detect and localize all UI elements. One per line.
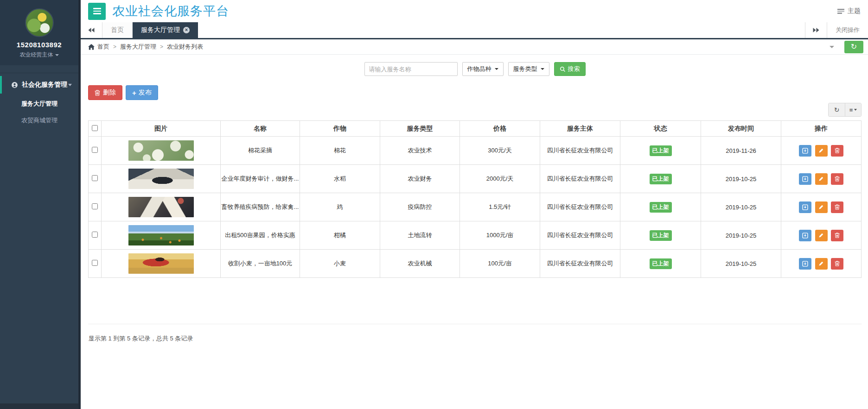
trash-icon	[835, 176, 840, 182]
row-checkbox[interactable]	[92, 232, 98, 238]
breadcrumb: 首页 > 服务大厅管理 > 农业财务列表 ↻	[81, 39, 868, 55]
breadcrumb-service-hall[interactable]: 服务大厅管理	[120, 43, 156, 51]
row-checkbox[interactable]	[92, 147, 98, 153]
row-select-cell	[89, 165, 102, 193]
edit-button[interactable]	[815, 173, 828, 185]
tab-close-icon[interactable]: ×	[183, 27, 190, 33]
breadcrumb-home[interactable]: 首页	[97, 43, 109, 51]
edit-button[interactable]	[815, 230, 828, 241]
service-name: 出租500亩果园，价格实惠	[221, 221, 300, 250]
trash-icon	[95, 90, 100, 96]
search-button[interactable]: 搜索	[554, 62, 586, 76]
tab-service-hall[interactable]: 服务大厅管理 ×	[133, 22, 198, 38]
app-title: 农业社会化服务平台	[112, 3, 229, 19]
offshelf-button[interactable]	[799, 201, 811, 213]
service-price: 300元/天	[460, 137, 540, 165]
panel-collapse-caret-icon[interactable]	[830, 46, 834, 48]
offshelf-button[interactable]	[799, 145, 811, 157]
offshelf-button[interactable]	[799, 258, 811, 270]
breadcrumb-current-page: 农业财务列表	[167, 43, 203, 51]
chevron-down-icon	[68, 84, 72, 86]
sidebar-item-farm-mall[interactable]: 农贸商城管理	[0, 112, 78, 129]
sidebar-item-service-hall[interactable]: 服务大厅管理	[0, 95, 78, 112]
content-panel: 作物品种 服务类型 搜索 删除 + 发布 ↻	[81, 55, 868, 409]
ops-cell	[781, 165, 862, 193]
delete-row-button[interactable]	[831, 258, 843, 270]
column-header: 发布时间	[701, 121, 781, 137]
services-table: 图片名称作物服务类型价格服务主体状态发布时间操作 棉花采摘 棉花 农业技术 30…	[88, 120, 862, 278]
table-row: 畜牧养殖疾病预防，给家禽... 鸡 疫病防控 1.5元/针 四川省长征农业有限公…	[89, 193, 862, 221]
column-header: 服务类型	[380, 121, 460, 137]
sidebar-group-social-services[interactable]: 社会化服务管理	[0, 76, 78, 94]
delete-button[interactable]: 删除	[88, 85, 122, 100]
service-type: 农业技术	[380, 137, 460, 165]
service-name: 企业年度财务审计，做财务...	[221, 165, 300, 193]
close-operations-button[interactable]: 关闭操作	[827, 22, 868, 38]
service-provider: 四川省长征农业有限公司	[540, 193, 620, 221]
theme-icon	[837, 8, 844, 14]
delete-row-button[interactable]	[831, 173, 843, 185]
panel-refresh-button[interactable]: ↻	[844, 41, 863, 53]
service-provider: 四川省长征农业有限公司	[540, 165, 620, 193]
edit-button[interactable]	[815, 258, 828, 270]
table-container: 图片名称作物服务类型价格服务主体状态发布时间操作 棉花采摘 棉花 农业技术 30…	[88, 120, 862, 324]
box-arrow-down-icon	[802, 261, 808, 267]
service-provider: 四川省长征农业有限公司	[540, 137, 620, 165]
theme-button[interactable]: 主题	[837, 7, 861, 15]
service-crop: 小麦	[300, 250, 380, 278]
offshelf-button[interactable]	[799, 230, 811, 241]
ops-cell	[781, 193, 862, 221]
service-image	[128, 169, 194, 189]
status-cell: 已上架	[620, 137, 701, 165]
tabbar-spacer	[198, 22, 805, 38]
publish-button[interactable]: + 发布	[126, 85, 158, 100]
service-name: 畜牧养殖疾病预防，给家禽...	[221, 193, 300, 221]
main-area: 农业社会化服务平台 主题 首页 服务大厅管理 × 关闭操作	[81, 0, 868, 409]
pencil-icon	[818, 148, 824, 153]
caret-down-icon	[541, 68, 544, 70]
refresh-table-button[interactable]: ↻	[829, 103, 845, 116]
double-chevron-right-icon	[813, 28, 819, 32]
search-icon	[560, 66, 566, 72]
box-arrow-down-icon	[802, 233, 808, 239]
row-checkbox[interactable]	[92, 175, 98, 181]
status-cell: 已上架	[620, 250, 701, 278]
edit-button[interactable]	[815, 145, 828, 157]
crop-filter-dropdown[interactable]: 作物品种	[462, 62, 504, 76]
row-select-cell	[89, 193, 102, 221]
user-role-dropdown[interactable]: 农业经营主体	[0, 51, 78, 59]
delete-row-button[interactable]	[831, 145, 843, 157]
side-menu: 社会化服务管理 服务大厅管理 农贸商城管理	[0, 73, 78, 132]
sidebar-bottom-strip	[0, 403, 78, 409]
service-type-filter-dropdown[interactable]: 服务类型	[508, 62, 549, 76]
columns-toggle-button[interactable]: ≡	[845, 103, 861, 116]
tabs-scroll-right-icon[interactable]	[805, 22, 827, 38]
avatar[interactable]	[25, 8, 54, 37]
trash-icon	[835, 233, 840, 238]
delete-row-button[interactable]	[831, 230, 843, 241]
status-badge: 已上架	[650, 202, 672, 213]
column-header: 图片	[102, 121, 221, 137]
hamburger-menu-icon[interactable]	[88, 3, 106, 20]
breadcrumb-separator: >	[160, 44, 163, 50]
table-row: 出租500亩果园，价格实惠 柑橘 土地流转 1000元/亩 四川省长征农业有限公…	[89, 221, 862, 250]
user-panel: 15208103892 农业经营主体	[0, 0, 78, 65]
status-cell: 已上架	[620, 165, 701, 193]
select-all-checkbox[interactable]	[92, 125, 98, 131]
row-checkbox[interactable]	[92, 260, 98, 266]
service-type: 土地流转	[380, 221, 460, 250]
tab-home[interactable]: 首页	[102, 22, 133, 38]
tabs-scroll-left-icon[interactable]	[81, 22, 102, 38]
offshelf-button[interactable]	[799, 173, 811, 185]
edit-button[interactable]	[815, 201, 828, 213]
service-image	[128, 253, 194, 274]
status-badge: 已上架	[650, 230, 672, 241]
table-header-row: 图片名称作物服务类型价格服务主体状态发布时间操作	[89, 121, 862, 137]
delete-row-button[interactable]	[831, 201, 843, 213]
row-checkbox[interactable]	[92, 203, 98, 209]
box-arrow-down-icon	[802, 148, 808, 154]
service-crop: 水稻	[300, 165, 380, 193]
service-name-input[interactable]	[364, 62, 458, 76]
table-row: 企业年度财务审计，做财务... 水稻 农业财务 2000元/天 四川省长征农业有…	[89, 165, 862, 193]
column-header: 价格	[460, 121, 540, 137]
